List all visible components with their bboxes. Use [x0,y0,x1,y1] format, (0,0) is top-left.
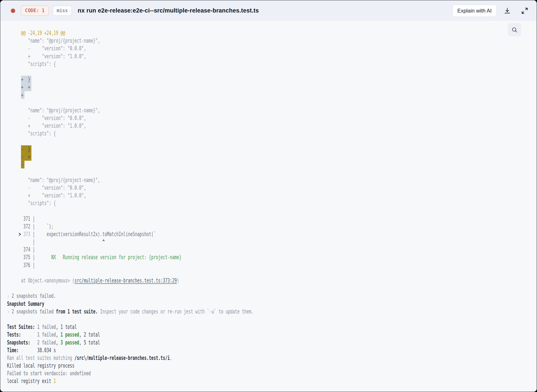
terminal-segment: 373 [23,231,30,238]
terminal-line: Snapshots: 2 failed, 3 passed, 5 total [7,339,536,346]
terminal-segment: , 2 total [79,331,100,338]
terminal-segment: 375 | [7,254,37,261]
terminal-line: 374 | [7,246,536,253]
terminal-segment: "scripts": { [7,61,56,67]
terminal-segment [21,331,37,338]
terminal-segment: - "version": "0.0.0", [7,45,86,52]
download-button[interactable] [504,7,511,14]
terminal-segment: expect(versionResult2x) [37,231,100,238]
terminal-segment: 3 passed [61,339,79,346]
terminal-segment: ^ [37,238,105,245]
terminal-segment: , [56,331,61,338]
terminal-segment: - "version": "0.0.0", [7,115,86,121]
terminal-segment: 1 passed [61,331,79,338]
terminal-line: + } [7,76,536,83]
terminal-line: 375 | NX Running release version for pro… [7,253,536,261]
exit-code-badge: CODE: 1 [21,5,49,16]
terminal-segment: + "version": "1.0.0", [7,192,86,199]
terminal-line: "scripts": { [7,199,536,207]
fullscreen-button[interactable] [521,7,529,15]
task-title: nx run e2e-release:e2e-ci--src/multiple-… [78,7,447,14]
stack-trace-file-link[interactable]: src/multiple-release-branches.test.ts:37… [74,277,177,284]
terminal-segment: - + [21,153,31,161]
terminal-line: "name": "@proj/{project-name}", [7,37,536,45]
terminal-line: - + [7,153,536,161]
terminal-line: + "version": "1.0.0", [7,52,536,60]
terminal-segment: toMatchInlineSnapshot(` [102,231,156,238]
terminal-segment: . [170,355,172,361]
terminal-segment: at Object.<anonymous> ( [7,277,74,284]
terminal-segment: Time: [7,347,19,354]
terminal-line: 371 | [7,215,536,223]
explain-with-ai-button[interactable]: Explain with AI [452,5,496,17]
terminal-segment: + } [21,76,31,83]
terminal-line: - } [7,145,536,153]
terminal-line: Killed local registry process [7,362,536,369]
terminal-segment: + "version": "1.0.0", [7,122,86,129]
terminal-segment: `) [37,223,51,230]
terminal-segment: 1 failed [37,324,56,330]
terminal-line: › 2 snapshots failed. [7,292,536,300]
terminal-segment: | [30,231,38,238]
terminal-line: 376 | [7,261,536,269]
terminal-line: Time: 38.034 s [7,346,536,354]
terminal-line: local registry exit 1 [7,377,536,385]
terminal-segment: - } [21,145,31,153]
search-button[interactable] [508,23,521,37]
terminal-panel: @@ -24,19 +24,19 @@ "name": "@proj/{proj… [0,21,537,392]
terminal-line: - "version": "0.0.0", [7,45,536,52]
red-status-dot [11,9,15,13]
terminal-segment: Snapshot Summary [7,301,44,307]
terminal-segment: 1 [53,378,56,384]
terminal-line: | ^ [7,238,536,246]
terminal-line: at Object.<anonymous> (src/multiple-rele… [7,277,536,285]
terminal-segment: + "version": "1.0.0", [7,53,86,60]
terminal-line: + "version": "1.0.0", [7,122,536,130]
terminal-line [7,68,536,76]
terminal-line [7,138,536,145]
terminal-segment [30,339,38,346]
terminal-segment: 372 | [7,223,37,230]
terminal-segment [7,76,21,83]
terminal-segment: from 1 test suite. [53,308,98,315]
terminal-line [7,207,536,215]
terminal-line [7,316,536,323]
terminal-segment: "name": "@proj/{project-name}", [7,177,100,183]
terminal-line: @@ -24,19 +24,19 @@ [7,29,536,37]
terminal-segment: "scripts": { [7,200,56,206]
terminal-line: "name": "@proj/{project-name}", [7,107,536,114]
terminal-segment: . [100,231,103,238]
terminal-segment: Ran all test suites matching [7,355,74,361]
terminal-segment: "name": "@proj/{project-name}", [7,37,100,44]
terminal-line: Tests: 1 failed, 1 passed, 2 total [7,331,536,339]
terminal-line: "scripts": { [7,130,536,137]
terminal-segment: Snapshots: [7,339,30,346]
expand-icon [521,7,529,15]
terminal-segment: | [7,238,37,245]
download-icon [504,7,511,14]
terminal-line: "scripts": { [7,60,536,68]
terminal-segment: Test Suites: [7,324,37,330]
task-output-window: CODE: 1 miss nx run e2e-release:e2e-ci--… [0,0,537,392]
terminal-scroll-area[interactable]: @@ -24,19 +24,19 @@ "name": "@proj/{proj… [0,21,537,392]
terminal-line: Failed to start verdaccio: undefined [7,369,536,377]
terminal-segment: "name": "@proj/{project-name}", [7,107,100,114]
terminal-segment: > [7,231,23,238]
terminal-segment: Tests: [7,331,21,338]
terminal-segment: 374 | [7,246,35,253]
terminal-segment [7,161,21,168]
terminal-segment: 2 snapshots failed [12,308,53,315]
terminal-segment: + [21,91,24,99]
terminal-line: 372 | `); [7,223,536,230]
terminal-line: + "version": "1.0.0", [7,192,536,199]
terminal-line [7,285,536,292]
terminal-segment: , [56,339,61,346]
terminal-segment: local registry exit [7,378,53,384]
cache-miss-badge: miss [52,5,72,16]
header-bar: CODE: 1 miss nx run e2e-release:e2e-ci--… [0,0,537,21]
terminal-segment: 2 snapshots failed. [12,293,56,299]
terminal-line: > 373 | expect(versionResult2x).toMatchI… [7,230,536,238]
terminal-segment: - "version": "0.0.0", [7,184,86,191]
terminal-line: - "version": "0.0.0", [7,184,536,192]
terminal-segment: Inspect your code changes or re-run jest… [98,308,253,315]
